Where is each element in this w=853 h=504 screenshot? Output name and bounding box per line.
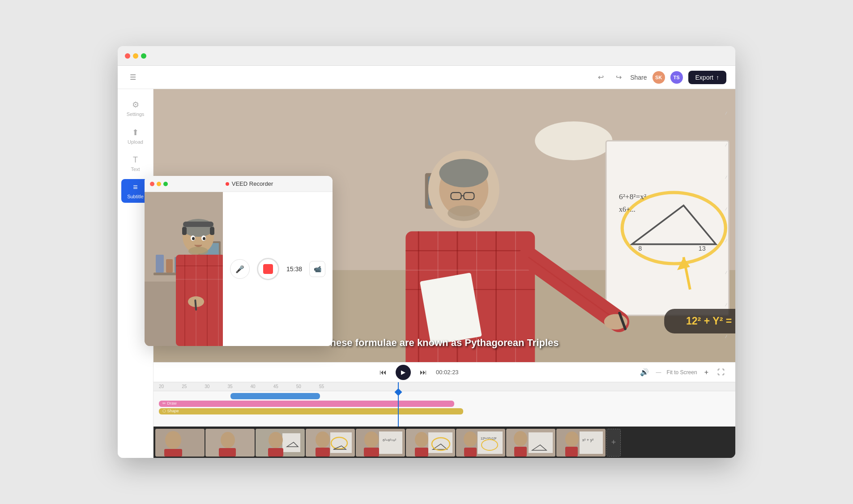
svg-point-110 <box>192 237 195 240</box>
svg-point-62 <box>364 431 379 448</box>
track-draw[interactable]: ✏ Draw <box>159 401 454 407</box>
thumbnail-7[interactable]: 12²+Y²=13² <box>456 429 505 457</box>
timeline-playhead[interactable] <box>398 382 399 427</box>
thumbnail-6[interactable] <box>406 429 455 457</box>
mic-button[interactable]: 🎤 <box>230 259 250 279</box>
avatar-ts[interactable]: TS <box>670 71 683 84</box>
subtitle-text: hese formulae are known as Pythagorean T… <box>330 337 559 348</box>
text-icon: T <box>133 155 138 165</box>
thumbnails-row: 6²+8²=x² <box>154 427 735 458</box>
svg-rect-106 <box>210 227 214 235</box>
thumbnail-9[interactable]: x² + y² <box>556 429 606 457</box>
svg-rect-105 <box>183 222 213 227</box>
controls-center: ⏮ ▶ ⏭ 00:02:23 <box>378 365 459 380</box>
thumbnail-4[interactable] <box>306 429 355 457</box>
svg-text:8: 8 <box>638 245 642 252</box>
svg-rect-54 <box>330 432 352 453</box>
deco-tick-2: / <box>725 143 732 149</box>
zoom-button[interactable]: + <box>703 367 710 378</box>
sidebar-item-text[interactable]: T Text <box>121 152 150 175</box>
svg-rect-58 <box>316 448 330 457</box>
volume-button[interactable]: 🔊 <box>638 366 651 378</box>
timeline-tracks: ✏ Draw ⬡ Shape <box>154 391 735 418</box>
ruler-mark-25: 25 <box>182 384 187 389</box>
maximize-button[interactable] <box>141 53 146 59</box>
svg-rect-64 <box>406 429 455 457</box>
toolbar-right: ↩ ↪ Share SK TS Export ↑ <box>594 71 726 84</box>
svg-rect-82 <box>580 431 603 454</box>
track-clip[interactable] <box>230 393 320 399</box>
thumbnail-8[interactable] <box>506 429 555 457</box>
timeline-area[interactable]: 20 25 30 35 40 45 50 55 ✏ Draw ⬡ <box>154 382 735 427</box>
redo-button[interactable]: ↪ <box>612 71 625 84</box>
ruler-mark-50: 50 <box>296 384 301 389</box>
thumbnail-2[interactable] <box>205 429 255 457</box>
stop-recording-button[interactable] <box>257 258 279 280</box>
svg-rect-48 <box>256 429 305 457</box>
ruler-mark-45: 45 <box>273 384 278 389</box>
recorder-controls-panel: 🎤 15:38 📹 <box>223 192 333 346</box>
recorder-close[interactable] <box>150 182 154 186</box>
app-window: ☰ ↩ ↪ Share SK TS Export ↑ ⚙ Settings ⬆ … <box>118 46 735 458</box>
thumbnail-1[interactable] <box>155 429 205 457</box>
svg-rect-76 <box>506 429 555 457</box>
svg-rect-42 <box>155 429 205 457</box>
screen-record-button[interactable]: 📹 <box>309 261 325 277</box>
share-label: Share <box>630 74 647 81</box>
sidebar-item-upload[interactable]: ⬆ Upload <box>121 124 150 148</box>
svg-point-22 <box>439 159 488 188</box>
svg-rect-65 <box>428 432 452 453</box>
recorder-minimize[interactable] <box>157 182 161 186</box>
add-media-button[interactable]: + <box>606 429 621 457</box>
sidebar-item-settings[interactable]: ⚙ Settings <box>121 96 150 120</box>
svg-point-111 <box>203 237 205 240</box>
separator: — <box>656 369 661 376</box>
ruler-mark-20: 20 <box>159 384 164 389</box>
upload-icon: ⬆ <box>132 128 139 137</box>
play-button[interactable]: ▶ <box>396 365 411 380</box>
svg-text:12²+Y²=13²: 12²+Y²=13² <box>481 437 497 440</box>
svg-point-79 <box>514 431 527 446</box>
svg-rect-44 <box>164 449 182 457</box>
timestamp-display: 00:02:23 <box>436 369 459 376</box>
ruler-mark-35: 35 <box>227 384 232 389</box>
svg-point-8 <box>535 121 612 160</box>
deco-tick-6: / <box>725 270 732 277</box>
skip-forward-button[interactable]: ⏭ <box>418 367 429 378</box>
recorder-title-bar: VEED Recorder <box>145 176 333 192</box>
recorder-maximize[interactable] <box>163 182 168 186</box>
svg-point-84 <box>565 431 579 447</box>
sidebar-label-upload: Upload <box>128 139 143 145</box>
thumbnail-5[interactable]: 6²+8²=x² <box>356 429 405 457</box>
avatar-sk[interactable]: SK <box>653 71 665 84</box>
svg-rect-59 <box>356 429 405 457</box>
skip-back-button[interactable]: ⏮ <box>378 367 388 378</box>
close-button[interactable] <box>125 53 130 59</box>
svg-rect-53 <box>306 429 355 457</box>
export-button[interactable]: Export ↑ <box>688 71 726 84</box>
minimize-button[interactable] <box>133 53 138 59</box>
svg-marker-78 <box>532 445 546 450</box>
track-shape[interactable]: ⬡ Shape <box>159 408 463 414</box>
svg-rect-71 <box>478 431 503 454</box>
svg-rect-52 <box>268 448 283 457</box>
svg-rect-104 <box>182 227 187 235</box>
svg-text:x6+...: x6+... <box>619 205 635 213</box>
svg-point-43 <box>165 431 181 449</box>
thumbnail-3[interactable] <box>256 429 305 457</box>
svg-point-74 <box>464 431 477 447</box>
svg-point-73 <box>482 440 498 450</box>
track-draw-label: ✏ Draw <box>162 401 177 406</box>
svg-rect-90 <box>166 259 173 273</box>
menu-button[interactable]: ☰ <box>127 71 139 84</box>
recorder-title-text: VEED Recorder <box>232 180 273 187</box>
fullscreen-button[interactable]: ⛶ <box>716 367 726 378</box>
settings-icon: ⚙ <box>132 100 139 110</box>
svg-rect-75 <box>464 448 477 457</box>
svg-rect-80 <box>514 447 527 457</box>
undo-button[interactable]: ↩ <box>594 71 607 84</box>
sidebar-label-subtitle: Subtitle <box>127 194 144 199</box>
recorder-title: VEED Recorder <box>171 180 327 187</box>
svg-marker-50 <box>287 442 298 447</box>
svg-rect-70 <box>456 429 505 457</box>
